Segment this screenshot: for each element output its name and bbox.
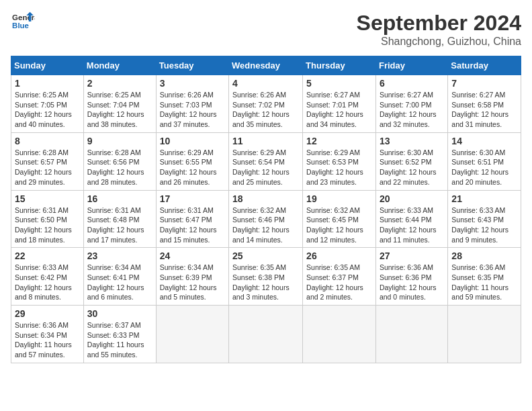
- day-detail: Sunrise: 6:33 AMSunset: 6:43 PMDaylight:…: [451, 205, 517, 245]
- day-detail: Sunrise: 6:27 AMSunset: 6:58 PMDaylight:…: [451, 90, 517, 130]
- calendar-cell: 5Sunrise: 6:27 AMSunset: 7:01 PMDaylight…: [303, 75, 376, 133]
- calendar-cell: 21Sunrise: 6:33 AMSunset: 6:43 PMDayligh…: [448, 190, 521, 248]
- calendar-cell: 1Sunrise: 6:25 AMSunset: 7:05 PMDaylight…: [11, 75, 84, 133]
- calendar-cell: 4Sunrise: 6:26 AMSunset: 7:02 PMDaylight…: [229, 75, 303, 133]
- day-number: 25: [232, 250, 299, 261]
- day-number: 28: [451, 250, 517, 261]
- col-header-thursday: Thursday: [303, 56, 376, 75]
- week-row-5: 29Sunrise: 6:36 AMSunset: 6:34 PMDayligh…: [11, 306, 521, 363]
- month-title: September 2024: [357, 11, 521, 36]
- day-detail: Sunrise: 6:30 AMSunset: 6:52 PMDaylight:…: [380, 148, 444, 187]
- day-detail: Sunrise: 6:35 AMSunset: 6:37 PMDaylight:…: [306, 263, 372, 302]
- day-detail: Sunrise: 6:28 AMSunset: 6:57 PMDaylight:…: [15, 148, 80, 187]
- calendar-cell: 30Sunrise: 6:37 AMSunset: 6:33 PMDayligh…: [83, 306, 156, 363]
- day-detail: Sunrise: 6:37 AMSunset: 6:33 PMDaylight:…: [87, 320, 152, 360]
- page-header: General Blue September 2024 Shangchong, …: [11, 11, 521, 48]
- day-number: 20: [380, 193, 444, 204]
- day-detail: Sunrise: 6:31 AMSunset: 6:50 PMDaylight:…: [15, 205, 80, 245]
- calendar-cell: [448, 306, 521, 363]
- day-number: 11: [232, 136, 299, 146]
- col-header-saturday: Saturday: [448, 56, 521, 75]
- svg-text:Blue: Blue: [12, 21, 29, 30]
- day-number: 23: [87, 250, 152, 261]
- day-number: 30: [87, 308, 152, 319]
- day-number: 2: [87, 78, 152, 89]
- calendar-cell: [229, 306, 303, 363]
- day-number: 1: [15, 78, 80, 89]
- location-subtitle: Shangchong, Guizhou, China: [357, 36, 521, 48]
- day-number: 9: [87, 136, 152, 146]
- day-detail: Sunrise: 6:29 AMSunset: 6:53 PMDaylight:…: [306, 148, 372, 187]
- day-number: 17: [160, 193, 225, 204]
- day-detail: Sunrise: 6:34 AMSunset: 6:41 PMDaylight:…: [87, 263, 152, 302]
- day-number: 21: [451, 193, 517, 204]
- day-detail: Sunrise: 6:26 AMSunset: 7:02 PMDaylight:…: [232, 90, 299, 130]
- calendar-cell: 14Sunrise: 6:30 AMSunset: 6:51 PMDayligh…: [448, 132, 521, 190]
- day-detail: Sunrise: 6:31 AMSunset: 6:48 PMDaylight:…: [87, 205, 152, 245]
- day-number: 3: [160, 78, 225, 89]
- calendar-cell: 28Sunrise: 6:36 AMSunset: 6:35 PMDayligh…: [448, 248, 521, 306]
- week-row-3: 15Sunrise: 6:31 AMSunset: 6:50 PMDayligh…: [11, 190, 521, 248]
- calendar-cell: 13Sunrise: 6:30 AMSunset: 6:52 PMDayligh…: [375, 132, 447, 190]
- day-detail: Sunrise: 6:36 AMSunset: 6:34 PMDaylight:…: [15, 320, 80, 360]
- day-number: 12: [306, 136, 372, 146]
- day-number: 22: [15, 250, 80, 261]
- day-detail: Sunrise: 6:30 AMSunset: 6:51 PMDaylight:…: [451, 148, 517, 187]
- day-number: 4: [232, 78, 299, 89]
- day-number: 26: [306, 250, 372, 261]
- day-detail: Sunrise: 6:33 AMSunset: 6:42 PMDaylight:…: [15, 263, 80, 302]
- calendar-cell: 25Sunrise: 6:35 AMSunset: 6:38 PMDayligh…: [229, 248, 303, 306]
- calendar-cell: 11Sunrise: 6:29 AMSunset: 6:54 PMDayligh…: [229, 132, 303, 190]
- calendar-cell: [156, 306, 228, 363]
- calendar-cell: 7Sunrise: 6:27 AMSunset: 6:58 PMDaylight…: [448, 75, 521, 133]
- day-detail: Sunrise: 6:25 AMSunset: 7:04 PMDaylight:…: [87, 90, 152, 130]
- day-number: 29: [15, 308, 80, 319]
- day-detail: Sunrise: 6:26 AMSunset: 7:03 PMDaylight:…: [160, 90, 225, 130]
- col-header-friday: Friday: [375, 56, 447, 75]
- calendar-cell: 8Sunrise: 6:28 AMSunset: 6:57 PMDaylight…: [11, 132, 84, 190]
- calendar-cell: 18Sunrise: 6:32 AMSunset: 6:46 PMDayligh…: [229, 190, 303, 248]
- day-detail: Sunrise: 6:27 AMSunset: 7:00 PMDaylight:…: [380, 90, 444, 130]
- day-number: 24: [160, 250, 225, 261]
- day-number: 14: [451, 136, 517, 146]
- day-detail: Sunrise: 6:27 AMSunset: 7:01 PMDaylight:…: [306, 90, 372, 130]
- calendar-cell: 16Sunrise: 6:31 AMSunset: 6:48 PMDayligh…: [83, 190, 156, 248]
- day-detail: Sunrise: 6:32 AMSunset: 6:45 PMDaylight:…: [306, 205, 372, 245]
- day-detail: Sunrise: 6:36 AMSunset: 6:35 PMDaylight:…: [451, 263, 517, 302]
- logo: General Blue: [11, 11, 35, 31]
- calendar-cell: 15Sunrise: 6:31 AMSunset: 6:50 PMDayligh…: [11, 190, 84, 248]
- day-number: 27: [380, 250, 444, 261]
- col-header-monday: Monday: [83, 56, 156, 75]
- day-number: 8: [15, 136, 80, 146]
- day-detail: Sunrise: 6:35 AMSunset: 6:38 PMDaylight:…: [232, 263, 299, 302]
- day-detail: Sunrise: 6:25 AMSunset: 7:05 PMDaylight:…: [15, 90, 80, 130]
- day-detail: Sunrise: 6:33 AMSunset: 6:44 PMDaylight:…: [380, 205, 444, 245]
- day-number: 15: [15, 193, 80, 204]
- calendar-cell: 3Sunrise: 6:26 AMSunset: 7:03 PMDaylight…: [156, 75, 228, 133]
- day-number: 16: [87, 193, 152, 204]
- week-row-4: 22Sunrise: 6:33 AMSunset: 6:42 PMDayligh…: [11, 248, 521, 306]
- title-area: September 2024 Shangchong, Guizhou, Chin…: [357, 11, 521, 48]
- calendar-cell: 10Sunrise: 6:29 AMSunset: 6:55 PMDayligh…: [156, 132, 228, 190]
- col-header-wednesday: Wednesday: [229, 56, 303, 75]
- calendar-cell: 29Sunrise: 6:36 AMSunset: 6:34 PMDayligh…: [11, 306, 84, 363]
- day-number: 7: [451, 78, 517, 89]
- calendar-cell: 9Sunrise: 6:28 AMSunset: 6:56 PMDaylight…: [83, 132, 156, 190]
- logo-icon: General Blue: [11, 11, 35, 31]
- day-number: 13: [380, 136, 444, 146]
- calendar-cell: 26Sunrise: 6:35 AMSunset: 6:37 PMDayligh…: [303, 248, 376, 306]
- calendar-cell: 23Sunrise: 6:34 AMSunset: 6:41 PMDayligh…: [83, 248, 156, 306]
- calendar-cell: [303, 306, 376, 363]
- calendar-cell: 6Sunrise: 6:27 AMSunset: 7:00 PMDaylight…: [375, 75, 447, 133]
- calendar-table: SundayMondayTuesdayWednesdayThursdayFrid…: [11, 56, 521, 363]
- calendar-cell: 2Sunrise: 6:25 AMSunset: 7:04 PMDaylight…: [83, 75, 156, 133]
- calendar-cell: 19Sunrise: 6:32 AMSunset: 6:45 PMDayligh…: [303, 190, 376, 248]
- day-detail: Sunrise: 6:31 AMSunset: 6:47 PMDaylight:…: [160, 205, 225, 245]
- week-row-1: 1Sunrise: 6:25 AMSunset: 7:05 PMDaylight…: [11, 75, 521, 133]
- day-detail: Sunrise: 6:29 AMSunset: 6:54 PMDaylight:…: [232, 148, 299, 187]
- calendar-cell: 27Sunrise: 6:36 AMSunset: 6:36 PMDayligh…: [375, 248, 447, 306]
- week-row-2: 8Sunrise: 6:28 AMSunset: 6:57 PMDaylight…: [11, 132, 521, 190]
- calendar-cell: 20Sunrise: 6:33 AMSunset: 6:44 PMDayligh…: [375, 190, 447, 248]
- col-header-tuesday: Tuesday: [156, 56, 228, 75]
- col-header-sunday: Sunday: [11, 56, 84, 75]
